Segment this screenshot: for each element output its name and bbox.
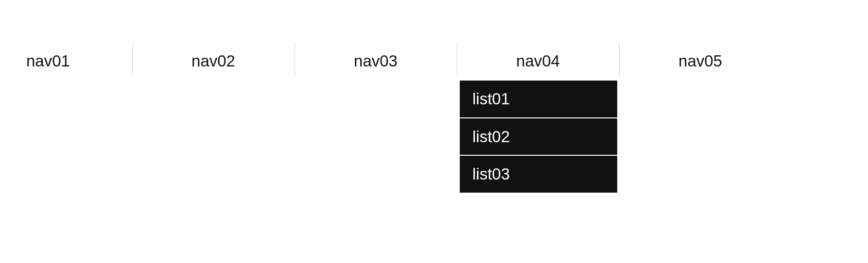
- dropdown-item-label: list03: [472, 165, 510, 183]
- nav-item-05[interactable]: nav05: [619, 43, 781, 80]
- dropdown-item-03[interactable]: list03: [460, 156, 617, 193]
- dropdown-item-01[interactable]: list01: [460, 81, 617, 118]
- nav-bar: nav01 nav02 nav03 nav04 list01 list02 li…: [0, 0, 868, 80]
- nav-item-label: nav05: [678, 51, 722, 71]
- nav-item-label: nav03: [354, 51, 398, 71]
- dropdown-menu: list01 list02 list03: [460, 81, 617, 193]
- nav-item-label: nav04: [516, 51, 560, 71]
- dropdown-item-02[interactable]: list02: [460, 118, 617, 156]
- dropdown-item-label: list02: [472, 128, 510, 146]
- nav-item-02[interactable]: nav02: [132, 43, 295, 80]
- nav-item-label: nav02: [191, 51, 235, 71]
- nav-item-04[interactable]: nav04 list01 list02 list03: [457, 43, 619, 80]
- dropdown-item-label: list01: [472, 90, 510, 108]
- nav-item-03[interactable]: nav03: [295, 43, 457, 80]
- nav-item-01[interactable]: nav01: [0, 43, 132, 80]
- nav-item-label: nav01: [26, 51, 70, 71]
